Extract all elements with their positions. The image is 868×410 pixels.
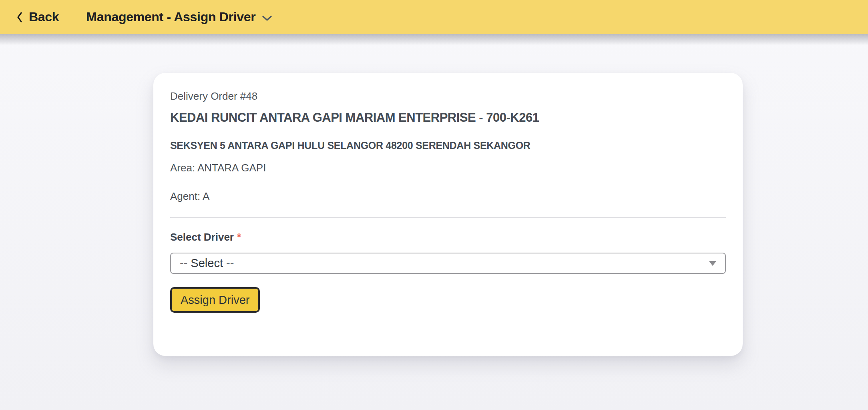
page-title: Management - Assign Driver — [86, 10, 255, 24]
delivery-order-card: Delivery Order #48 KEDAI RUNCIT ANTARA G… — [153, 73, 743, 356]
app-header: Back Management - Assign Driver — [0, 0, 868, 34]
area-label: Area: ANTARA GAPI — [170, 161, 726, 175]
order-number-label: Delivery Order #48 — [170, 89, 726, 103]
customer-name: KEDAI RUNCIT ANTARA GAPI MARIAM ENTERPRI… — [170, 109, 726, 126]
driver-select[interactable]: -- Select -- — [170, 253, 726, 274]
chevron-left-icon — [16, 11, 23, 23]
required-asterisk: * — [237, 231, 241, 243]
assign-driver-button[interactable]: Assign Driver — [170, 287, 260, 313]
caret-down-icon — [709, 261, 716, 266]
customer-address: SEKSYEN 5 ANTARA GAPI HULU SELANGOR 4820… — [170, 139, 726, 152]
back-label: Back — [29, 10, 59, 24]
agent-label: Agent: A — [170, 189, 726, 203]
page-title-dropdown[interactable]: Management - Assign Driver — [86, 10, 272, 24]
chevron-down-icon — [262, 15, 272, 22]
back-button[interactable]: Back — [16, 10, 59, 24]
select-driver-field-label: Select Driver* — [170, 230, 726, 244]
main-content: Delivery Order #48 KEDAI RUNCIT ANTARA G… — [0, 73, 868, 356]
driver-select-value: -- Select -- — [180, 257, 709, 270]
select-driver-label: Select Driver — [170, 231, 234, 243]
divider — [170, 217, 726, 218]
